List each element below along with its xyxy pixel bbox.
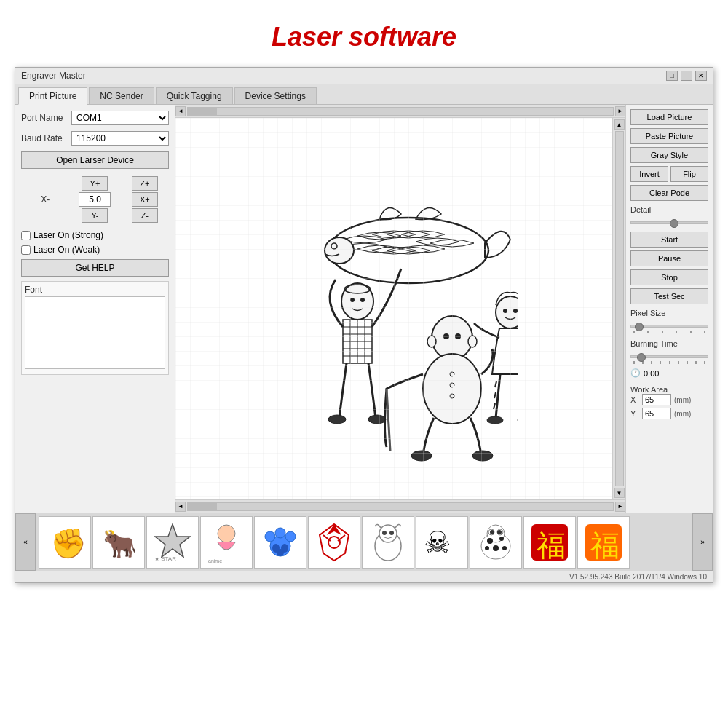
laser-weak-row: Laser On (Weak)	[21, 245, 169, 255]
thumbnail-fu1[interactable]: 福	[523, 516, 576, 569]
center-panel: ◄ ►	[175, 105, 625, 513]
pixel-slider-container	[630, 322, 708, 333]
detail-slider-track[interactable]	[630, 221, 708, 224]
x-value-input[interactable]	[79, 192, 111, 207]
thumbnail-girl[interactable]: anime	[200, 516, 253, 569]
scroll-right-bottom-arrow[interactable]: ►	[615, 502, 625, 512]
tab-nc-sender[interactable]: NC Sender	[89, 87, 154, 104]
tab-quick-tagging[interactable]: Quick Tagging	[156, 87, 233, 104]
scroll-left-bottom-arrow[interactable]: ◄	[175, 502, 186, 512]
baud-rate-row: Baud Rate 115200	[21, 131, 169, 146]
flip-button[interactable]: Flip	[670, 166, 708, 182]
thumbnail-paw[interactable]	[254, 516, 306, 569]
work-y-input[interactable]	[642, 408, 671, 419]
strip-prev-button[interactable]: «	[15, 513, 36, 571]
gray-style-button[interactable]: Gray Style	[630, 147, 708, 163]
bull-icon: 🐂	[97, 521, 141, 564]
svg-text:🐂: 🐂	[103, 527, 138, 561]
pause-button[interactable]: Pause	[630, 250, 708, 266]
x-minus-label: X-	[41, 194, 50, 205]
x-plus-button[interactable]: X+	[132, 192, 158, 207]
y-plus-button[interactable]: Y+	[82, 176, 108, 191]
x-plus-btn-cell: X+	[121, 192, 169, 207]
work-x-input[interactable]	[642, 394, 671, 405]
minimize-btn[interactable]: —	[681, 71, 692, 81]
thumbnails-container: ✊ 🐂 ★ STAR anime	[36, 513, 692, 571]
tabs-bar: Print Picture NC Sender Quick Tagging De…	[15, 84, 713, 105]
svg-marker-43	[155, 524, 190, 557]
port-name-row: Port Name COM1	[21, 111, 169, 125]
version-text: V1.52.95.243 Build 2017/11/4 Windows 10	[569, 573, 707, 581]
fist-icon: ✊	[43, 521, 87, 564]
dalmatian-icon	[474, 521, 518, 564]
empty-cell-2	[21, 208, 69, 223]
canvas-area[interactable]	[175, 118, 612, 499]
laser-strong-checkbox[interactable]	[21, 231, 31, 240]
svg-point-58	[389, 531, 394, 535]
scroll-up-arrow[interactable]: ▲	[614, 119, 625, 130]
open-device-button[interactable]: Open Larser Device	[21, 151, 169, 169]
strip-next-button[interactable]: »	[692, 513, 713, 571]
restore-btn[interactable]: □	[666, 71, 678, 81]
svg-text:福: 福	[537, 529, 566, 562]
z-plus-button[interactable]: Z+	[132, 176, 158, 191]
paste-picture-button[interactable]: Paste Picture	[630, 128, 708, 144]
laser-weak-checkbox[interactable]	[21, 245, 31, 255]
thumbnail-skull[interactable]: ☠	[416, 516, 468, 569]
pixel-slider-track[interactable]	[630, 325, 708, 328]
svg-line-34	[496, 374, 500, 418]
thumbnail-star[interactable]: ★ STAR	[146, 516, 199, 569]
stop-button[interactable]: Stop	[630, 269, 708, 285]
start-button[interactable]: Start	[630, 232, 708, 248]
app-name: Engraver Master	[21, 71, 86, 81]
thumbnail-strip: « ✊ 🐂 ★ STAR	[15, 513, 713, 571]
font-textarea[interactable]	[25, 296, 165, 369]
girl-icon: anime	[205, 521, 248, 564]
fish-group	[325, 207, 510, 283]
baud-rate-select[interactable]: 115200	[71, 131, 169, 146]
svg-point-22	[443, 333, 449, 339]
svg-point-32	[503, 309, 507, 313]
invert-button[interactable]: Invert	[630, 166, 668, 182]
test-size-button[interactable]: Test Sec	[630, 288, 708, 304]
get-help-button[interactable]: Get HELP	[21, 259, 169, 277]
thumbnail-dalmatian[interactable]	[470, 516, 522, 569]
svg-point-45	[218, 525, 235, 542]
page-title: Laser software	[272, 22, 456, 52]
svg-point-67	[485, 546, 489, 550]
burning-slider-track[interactable]	[630, 355, 708, 358]
work-x-unit: (mm)	[674, 396, 691, 404]
scroll-right-top-arrow[interactable]: ►	[615, 106, 625, 116]
tab-device-settings[interactable]: Device Settings	[234, 87, 317, 104]
scroll-down-arrow[interactable]: ▼	[614, 488, 625, 498]
work-area-label: Work Area	[630, 385, 708, 394]
detail-slider-thumb[interactable]	[670, 219, 678, 228]
thumbnail-deer[interactable]	[362, 516, 414, 569]
svg-line-28	[387, 389, 390, 451]
thumbnail-bull[interactable]: 🐂	[92, 516, 145, 569]
tab-print-picture[interactable]: Print Picture	[18, 87, 87, 105]
deer-icon	[366, 521, 410, 564]
detail-slider-container	[630, 218, 708, 227]
thumbnail-fist[interactable]: ✊	[39, 516, 91, 569]
canvas-with-scroll: ▲ ▼	[175, 118, 625, 499]
close-btn[interactable]: ✕	[695, 71, 707, 81]
thumbnail-transformer[interactable]	[308, 516, 360, 569]
thumbnail-fu2[interactable]: 福	[577, 516, 630, 569]
svg-point-50	[285, 531, 296, 542]
z-minus-button[interactable]: Z-	[132, 208, 158, 223]
scroll-left-arrow[interactable]: ◄	[175, 106, 186, 116]
svg-text:★ STAR: ★ STAR	[154, 555, 176, 562]
port-name-select[interactable]: COM1	[71, 111, 169, 125]
svg-text:✊: ✊	[50, 526, 87, 561]
y-minus-button[interactable]: Y-	[82, 208, 108, 223]
baud-rate-label: Baud Rate	[21, 133, 68, 143]
svg-point-2	[325, 237, 354, 264]
svg-point-48	[265, 531, 275, 542]
svg-point-33	[513, 309, 518, 313]
load-picture-button[interactable]: Load Picture	[630, 109, 708, 125]
work-x-row: X (mm)	[630, 394, 708, 405]
clock-icon: 🕐	[630, 368, 641, 378]
clear-pode-button[interactable]: Clear Pode	[630, 185, 708, 201]
y-plus-btn-cell: Y+	[71, 176, 119, 191]
